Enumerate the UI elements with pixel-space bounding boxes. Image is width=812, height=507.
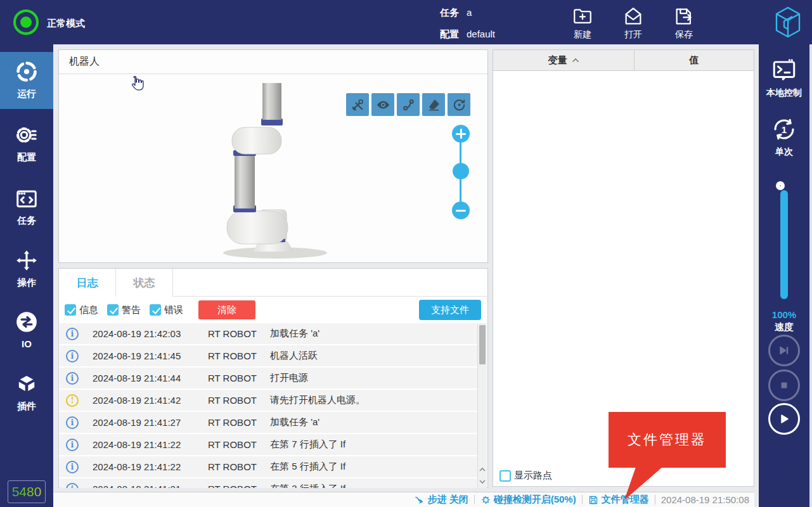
log-list[interactable]: 2024-08-19 21:42:03 RT ROBOT 加载任务 'a' 20…	[60, 323, 478, 488]
filter-error-checkbox[interactable]: 错误	[150, 304, 183, 316]
filter-error-label: 错误	[164, 304, 183, 316]
tab-status[interactable]: 状态	[116, 269, 173, 297]
log-panel: 日志 状态 信息 警告 错误 清除 支持文件 2024-08-19 21:42:…	[58, 268, 488, 488]
speed-slider-track[interactable]	[780, 190, 788, 299]
sidebar-item-run[interactable]: 运行	[0, 52, 53, 109]
save-task-button[interactable]: 保存	[662, 6, 706, 41]
log-filterbar: 信息 警告 错误 清除 支持文件	[59, 297, 487, 323]
new-task-button[interactable]: 新建	[560, 6, 605, 41]
log-level-icon	[66, 350, 79, 363]
step-arrow-icon	[415, 495, 425, 505]
terminal-icon	[771, 57, 797, 84]
log-row[interactable]: 2024-08-19 21:41:44 RT ROBOT 打开电源	[60, 368, 478, 390]
repeat-once-icon: 1	[771, 116, 797, 143]
log-time: 2024-08-19 21:41:44	[93, 373, 208, 383]
status-step[interactable]: 步进 关闭	[415, 494, 468, 506]
log-time: 2024-08-19 21:42:03	[93, 328, 208, 339]
status-counter: 5480	[8, 480, 46, 503]
scroll-down-icon[interactable]	[478, 476, 487, 487]
zoom-slider-handle[interactable]	[453, 163, 469, 179]
column-header-value[interactable]: 值	[635, 50, 754, 70]
save-icon	[673, 6, 695, 27]
column-header-variable[interactable]: 变量	[493, 50, 635, 70]
speed-label: 速度	[759, 321, 809, 333]
rotate-button[interactable]	[448, 93, 470, 116]
log-time: 2024-08-19 21:41:22	[93, 439, 208, 450]
tools-button[interactable]	[346, 93, 369, 116]
log-source: RT ROBOT	[208, 328, 270, 339]
scroll-up-icon[interactable]	[478, 464, 487, 475]
open-task-button[interactable]: 打开	[611, 6, 655, 41]
log-time: 2024-08-19 21:41:45	[93, 350, 208, 361]
log-scrollbar[interactable]	[477, 323, 487, 488]
sidebar-item-plugin[interactable]: 插件	[0, 364, 53, 421]
play-button[interactable]	[768, 403, 800, 435]
config-gear-icon	[15, 123, 39, 147]
sort-asc-icon	[572, 58, 579, 63]
speed-slider-handle[interactable]	[776, 181, 785, 190]
support-files-button[interactable]: 支持文件	[419, 300, 481, 320]
filter-warning-checkbox[interactable]: 警告	[107, 304, 141, 316]
new-task-icon	[572, 6, 593, 27]
stop-button[interactable]	[768, 369, 800, 401]
local-control-button[interactable]: 本地控制	[759, 57, 809, 99]
checkbox-icon	[150, 304, 161, 316]
tab-log[interactable]: 日志	[59, 269, 116, 297]
log-source: RT ROBOT	[208, 395, 270, 406]
clear-log-button[interactable]: 清除	[198, 300, 255, 319]
open-task-label: 打开	[624, 29, 642, 41]
path-button[interactable]	[397, 93, 420, 116]
file-manager-callout: 文件管理器	[609, 412, 726, 468]
right-sidebar: 本地控制 1 单次 100% 速度	[759, 44, 809, 507]
log-row[interactable]: 2024-08-19 21:41:22 RT ROBOT 在第 7 行插入了 I…	[60, 434, 478, 456]
divider	[582, 495, 583, 504]
robot-panel: 机器人	[58, 49, 488, 263]
scrollbar-thumb[interactable]	[479, 325, 486, 364]
left-sidebar: 运行 配置 任务	[0, 44, 53, 507]
log-row[interactable]: 2024-08-19 21:41:27 RT ROBOT 加载任务 'a'	[60, 412, 478, 434]
log-source: RT ROBOT	[208, 461, 270, 472]
log-time: 2024-08-19 21:41:27	[93, 417, 208, 428]
mode-label: 正常模式	[47, 18, 85, 30]
sidebar-item-config[interactable]: 配置	[0, 115, 53, 172]
zoom-out-button[interactable]	[452, 202, 470, 219]
log-message: 打开电源	[270, 372, 478, 384]
open-task-icon	[622, 6, 644, 27]
single-run-button[interactable]: 1 单次	[759, 116, 809, 158]
task-label: 任务	[440, 7, 459, 19]
view-toolbar	[346, 93, 470, 116]
log-source: RT ROBOT	[208, 350, 270, 361]
io-arrows-icon	[15, 310, 39, 334]
code-window-icon	[15, 186, 39, 210]
sidebar-item-task[interactable]: 任务	[0, 179, 53, 236]
zoom-in-button[interactable]	[452, 125, 470, 143]
skip-next-button[interactable]	[768, 335, 800, 366]
log-source: RT ROBOT	[208, 484, 270, 488]
move-arrows-icon	[15, 248, 39, 273]
callout-tail	[618, 467, 662, 500]
variables-header: 变量 值	[493, 50, 754, 71]
floppy-icon	[588, 495, 598, 505]
robot-3d-view[interactable]	[219, 83, 327, 260]
config-row: 配置 default	[440, 29, 495, 41]
sidebar-item-operate[interactable]: 操作	[0, 241, 53, 298]
log-row[interactable]: 2024-08-19 21:41:21 RT ROBOT 在第 3 行插入了 I…	[60, 478, 478, 488]
log-row[interactable]: 2024-08-19 21:41:42 RT ROBOT 请先打开机器人电源。	[60, 390, 478, 412]
divider	[474, 495, 475, 504]
eraser-button[interactable]	[422, 93, 445, 116]
speed-value: 100%	[759, 309, 809, 320]
checkbox-icon	[65, 304, 76, 316]
status-timestamp: 2024-08-19 21:50:08	[661, 494, 749, 505]
filter-info-checkbox[interactable]: 信息	[65, 304, 98, 316]
run-icon	[15, 60, 39, 84]
log-source: RT ROBOT	[208, 373, 270, 383]
log-row[interactable]: 2024-08-19 21:41:22 RT ROBOT 在第 5 行插入了 I…	[60, 456, 478, 478]
show-waypoints-label: 显示路点	[514, 470, 552, 482]
log-row[interactable]: 2024-08-19 21:41:45 RT ROBOT 机器人活跃	[60, 345, 478, 368]
sidebar-item-io[interactable]: IO	[0, 302, 53, 359]
status-collision[interactable]: 碰撞检测开启(50%)	[480, 494, 576, 506]
sidebar-item-label: 配置	[17, 151, 36, 164]
show-waypoints-checkbox[interactable]: 显示路点	[499, 470, 552, 482]
log-row[interactable]: 2024-08-19 21:42:03 RT ROBOT 加载任务 'a'	[60, 323, 478, 345]
eye-button[interactable]	[371, 93, 394, 116]
